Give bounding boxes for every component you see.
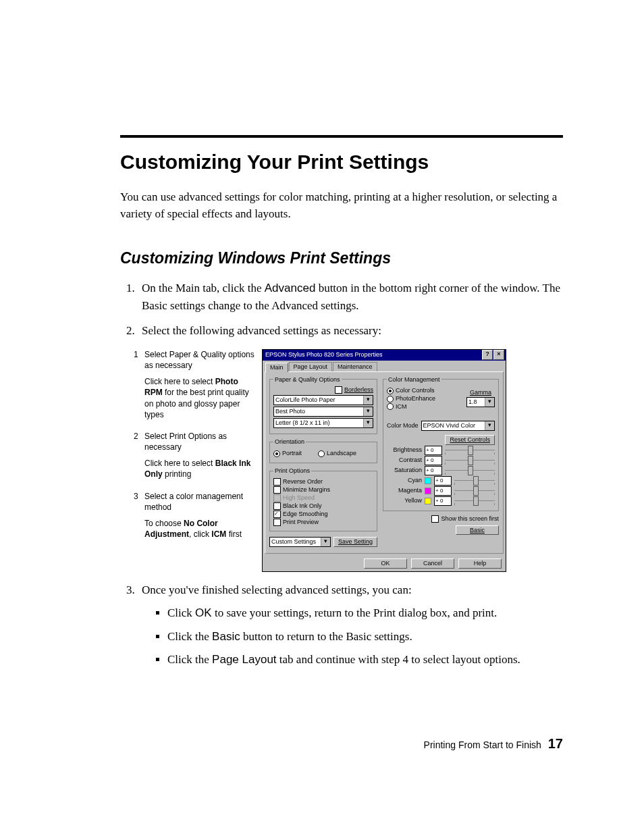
gamma-select[interactable]: 1.8▾ — [466, 397, 495, 407]
yellow-slider[interactable] — [454, 496, 495, 506]
chevron-down-icon: ▾ — [363, 419, 373, 427]
print-options-group: Print Options Reverse Order Minimize Mar… — [269, 467, 377, 531]
photoenhance-radio[interactable]: PhotoEnhance — [387, 395, 435, 402]
gamma-label: Gamma — [466, 389, 495, 396]
tab-strip: Main Page Layout Maintenance — [263, 361, 506, 371]
minimize-margins-checkbox[interactable]: Minimize Margins — [273, 486, 373, 494]
borderless-checkbox[interactable]: Borderless — [273, 386, 373, 394]
properties-dialog: EPSON Stylus Photo 820 Series Properties… — [262, 349, 506, 572]
dialog-titlebar: EPSON Stylus Photo 820 Series Properties… — [263, 350, 506, 361]
page-number: 17 — [548, 736, 563, 751]
step-3-bullets: Click OK to save your settings, return t… — [142, 605, 563, 669]
paper-type-select[interactable]: ColorLife Photo Paper▾ — [273, 395, 373, 405]
chevron-down-icon: ▾ — [485, 398, 494, 407]
contrast-slider[interactable] — [445, 456, 495, 465]
chevron-down-icon: ▾ — [363, 396, 373, 405]
show-screen-first-checkbox[interactable]: Show this screen first — [383, 515, 499, 523]
reverse-order-checkbox[interactable]: Reverse Order — [273, 478, 373, 486]
reset-controls-button[interactable]: Reset Controls — [445, 435, 495, 445]
custom-settings-select[interactable]: Custom Settings▾ — [269, 537, 331, 547]
intro-paragraph: You can use advanced settings for color … — [120, 189, 563, 222]
dialog-title: EPSON Stylus Photo 820 Series Properties — [265, 351, 481, 359]
callout-2-note: Click here to select Black Ink Only prin… — [144, 458, 255, 479]
close-titlebar-button[interactable]: × — [493, 350, 504, 360]
magenta-swatch — [425, 488, 431, 494]
callout-3: 3 Select a color management method To ch… — [134, 491, 255, 540]
paper-quality-group: Paper & Quality Options Borderless Color… — [269, 376, 377, 435]
quality-select[interactable]: Best Photo▾ — [273, 407, 373, 417]
black-ink-only-checkbox[interactable]: Black Ink Only — [273, 502, 373, 510]
main-tabpanel: Paper & Quality Options Borderless Color… — [265, 371, 504, 554]
edge-smoothing-checkbox[interactable]: Edge Smoothing — [273, 511, 373, 518]
callouts-column: 1 Select Paper & Quality options as nece… — [134, 349, 255, 551]
ok-button[interactable]: OK — [364, 558, 407, 569]
section-subheading: Customizing Windows Print Settings — [120, 249, 563, 267]
color-mode-select[interactable]: EPSON Vivid Color▾ — [421, 421, 495, 431]
dialog-button-bar: OK Cancel Help — [263, 556, 506, 571]
paper-size-select[interactable]: Letter (8 1/2 x 11 in)▾ — [273, 418, 373, 428]
bullet-basic: Click the Basic button to return to the … — [167, 629, 563, 646]
color-mode-label: Color Mode — [387, 422, 419, 429]
cyan-swatch — [425, 477, 431, 484]
magenta-slider[interactable] — [454, 486, 495, 496]
page-heading: Customizing Your Print Settings — [120, 150, 563, 174]
cyan-slider[interactable] — [454, 476, 495, 486]
print-preview-checkbox[interactable]: Print Preview — [273, 519, 373, 526]
chevron-down-icon: ▾ — [363, 407, 373, 416]
step-2: Select the following advanced settings a… — [138, 322, 563, 340]
callout-3-note: To choose No Color Adjustment, click ICM… — [144, 518, 255, 540]
page-footer: Printing From Start to Finish 17 — [120, 736, 563, 752]
callout-2: 2 Select Print Options as necessary Clic… — [134, 431, 255, 480]
cancel-button[interactable]: Cancel — [411, 558, 454, 569]
step-3: Once you've finished selecting advanced … — [138, 581, 563, 669]
landscape-radio[interactable]: Landscape — [318, 450, 356, 457]
bullet-page-layout: Click the Page Layout tab and continue w… — [167, 652, 563, 669]
figure-region: 1 Select Paper & Quality options as nece… — [134, 349, 563, 572]
save-setting-button[interactable]: Save Setting — [333, 537, 377, 547]
orientation-group: Orientation Portrait Landscape — [269, 438, 377, 463]
bullet-ok: Click OK to save your settings, return t… — [167, 605, 563, 622]
portrait-radio[interactable]: Portrait — [273, 450, 302, 457]
yellow-swatch — [425, 498, 431, 504]
steps-list: On the Main tab, click the Advanced butt… — [120, 280, 563, 340]
section-rule — [120, 135, 563, 138]
tab-maintenance[interactable]: Maintenance — [333, 362, 377, 371]
help-titlebar-button[interactable]: ? — [482, 350, 493, 360]
icm-radio[interactable]: ICM — [387, 403, 435, 411]
tab-page-layout[interactable]: Page Layout — [289, 362, 333, 371]
saturation-slider[interactable] — [445, 466, 495, 475]
help-button[interactable]: Help — [458, 558, 502, 569]
step-1: On the Main tab, click the Advanced butt… — [138, 280, 563, 314]
basic-button[interactable]: Basic — [456, 525, 499, 536]
steps-list-continued: Once you've finished selecting advanced … — [120, 581, 563, 669]
color-management-group: Color Management Color Controls PhotoEnh… — [383, 376, 499, 511]
high-speed-checkbox: High Speed — [273, 494, 373, 502]
tab-main[interactable]: Main — [265, 363, 288, 372]
callout-1-note: Click here to select Photo RPM for the b… — [144, 376, 255, 420]
chevron-down-icon: ▾ — [485, 421, 494, 430]
callout-1: 1 Select Paper & Quality options as nece… — [134, 349, 255, 420]
advanced-label: Advanced — [265, 282, 316, 294]
color-controls-radio[interactable]: Color Controls — [387, 387, 435, 394]
footer-text: Printing From Start to Finish — [424, 739, 541, 750]
brightness-slider[interactable] — [445, 446, 495, 455]
chevron-down-icon: ▾ — [321, 538, 330, 546]
